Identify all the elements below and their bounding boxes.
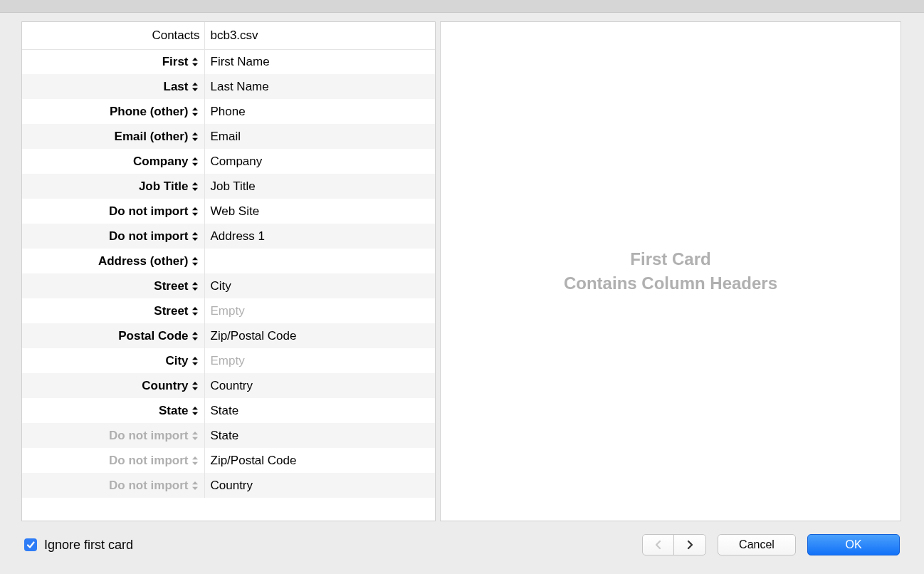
field-label: Street xyxy=(154,279,188,293)
stepper-updown-icon xyxy=(191,81,200,93)
field-label: Last xyxy=(164,80,189,93)
field-label: First xyxy=(162,55,189,68)
field-selector[interactable]: Email (other) xyxy=(22,124,204,149)
field-value xyxy=(204,249,435,273)
field-value: Web Site xyxy=(204,199,435,224)
mapping-row: Address (other) xyxy=(22,249,435,273)
stepper-updown-icon xyxy=(191,380,200,392)
field-label: Do not import xyxy=(109,229,188,243)
field-selector[interactable]: Do not import xyxy=(22,423,204,448)
stepper-updown-icon xyxy=(191,430,200,442)
mapping-row: FirstFirst Name xyxy=(22,49,435,74)
header-file: bcb3.csv xyxy=(204,22,435,49)
mapping-row: StreetCity xyxy=(22,273,435,298)
field-selector[interactable]: Street xyxy=(22,298,204,323)
mapping-row: Do not importCountry xyxy=(22,473,435,498)
mapping-row: Postal CodeZip/Postal Code xyxy=(22,323,435,348)
value-label: Web Site xyxy=(211,204,260,218)
field-selector[interactable]: Street xyxy=(22,273,204,298)
stepper-updown-icon xyxy=(191,405,200,417)
mapping-row: CompanyCompany xyxy=(22,149,435,174)
mapping-panel: Contactsbcb3.csvFirstFirst NameLastLast … xyxy=(21,21,436,521)
field-label: Do not import xyxy=(109,204,188,218)
field-label: Address (other) xyxy=(98,254,189,268)
field-selector[interactable]: Last xyxy=(22,74,204,99)
field-label: Street xyxy=(154,304,188,318)
stepper-updown-icon xyxy=(191,181,200,192)
field-value: First Name xyxy=(204,49,435,74)
preview-line-1: First Card xyxy=(564,247,777,271)
field-selector[interactable]: First xyxy=(22,49,204,74)
field-selector[interactable]: Postal Code xyxy=(22,323,204,348)
value-label: Country xyxy=(211,379,253,392)
field-selector[interactable]: Do not import xyxy=(22,448,204,473)
table-header-row: Contactsbcb3.csv xyxy=(22,22,435,49)
stepper-updown-icon xyxy=(191,131,200,142)
mapping-row: StreetEmpty xyxy=(22,298,435,323)
field-value: Empty xyxy=(204,298,435,323)
field-selector[interactable]: Phone (other) xyxy=(22,99,204,124)
stepper-updown-icon xyxy=(191,330,200,342)
mapping-row: Do not importZip/Postal Code xyxy=(22,448,435,473)
field-label: Email (other) xyxy=(115,130,189,143)
cancel-button[interactable]: Cancel xyxy=(718,534,796,555)
stepper-updown-icon xyxy=(191,480,200,491)
next-card-button[interactable] xyxy=(674,535,705,555)
preview-panel: First Card Contains Column Headers xyxy=(440,21,901,521)
mapping-row: CityEmpty xyxy=(22,348,435,373)
field-label: City xyxy=(165,354,188,367)
value-label: First Name xyxy=(211,55,270,68)
value-label: State xyxy=(211,429,239,442)
field-value: Country xyxy=(204,473,435,498)
field-value: State xyxy=(204,423,435,448)
preview-placeholder: First Card Contains Column Headers xyxy=(564,247,777,295)
window-header-strip xyxy=(0,0,924,13)
field-selector[interactable]: Country xyxy=(22,373,204,398)
value-label: Empty xyxy=(211,304,245,318)
field-selector[interactable]: City xyxy=(22,348,204,373)
value-label: Phone xyxy=(211,105,246,118)
field-selector[interactable]: Do not import xyxy=(22,224,204,249)
ignore-first-card-checkbox[interactable]: Ignore first card xyxy=(24,538,133,553)
content-area: Contactsbcb3.csvFirstFirst NameLastLast … xyxy=(0,13,924,521)
field-selector[interactable]: Do not import xyxy=(22,473,204,498)
field-value: Country xyxy=(204,373,435,398)
mapping-table: Contactsbcb3.csvFirstFirst NameLastLast … xyxy=(22,22,435,498)
field-value: Address 1 xyxy=(204,224,435,249)
mapping-row: CountryCountry xyxy=(22,373,435,398)
field-selector[interactable]: Company xyxy=(22,149,204,174)
field-value: City xyxy=(204,273,435,298)
chevron-left-icon xyxy=(654,539,663,550)
field-label: Country xyxy=(142,379,188,392)
mapping-row: Do not importState xyxy=(22,423,435,448)
card-nav-buttons xyxy=(642,534,706,555)
preview-line-2: Contains Column Headers xyxy=(564,271,777,296)
stepper-updown-icon xyxy=(191,106,200,118)
value-label: Country xyxy=(211,479,253,492)
button-row: Cancel OK xyxy=(642,534,900,555)
stepper-updown-icon xyxy=(191,256,200,267)
field-label: Phone (other) xyxy=(110,105,189,118)
prev-card-button[interactable] xyxy=(643,535,674,555)
field-selector[interactable]: Job Title xyxy=(22,174,204,199)
mapping-row: LastLast Name xyxy=(22,74,435,99)
field-selector[interactable]: State xyxy=(22,398,204,423)
value-label: Company xyxy=(211,155,263,168)
value-label: Zip/Postal Code xyxy=(211,329,297,343)
stepper-updown-icon xyxy=(191,56,200,68)
stepper-updown-icon xyxy=(191,355,200,367)
field-value: Empty xyxy=(204,348,435,373)
value-label: Email xyxy=(211,130,241,143)
mapping-row: StateState xyxy=(22,398,435,423)
field-selector[interactable]: Address (other) xyxy=(22,249,204,273)
field-selector[interactable]: Do not import xyxy=(22,199,204,224)
stepper-updown-icon xyxy=(191,281,200,292)
value-label: Address 1 xyxy=(211,229,266,243)
dialog-footer: Ignore first card Cancel OK xyxy=(0,521,924,555)
value-label: Last Name xyxy=(211,80,269,93)
ok-button[interactable]: OK xyxy=(807,534,900,555)
field-value: Last Name xyxy=(204,74,435,99)
value-label: State xyxy=(211,404,239,417)
mapping-row: Do not importWeb Site xyxy=(22,199,435,224)
field-value: Company xyxy=(204,149,435,174)
